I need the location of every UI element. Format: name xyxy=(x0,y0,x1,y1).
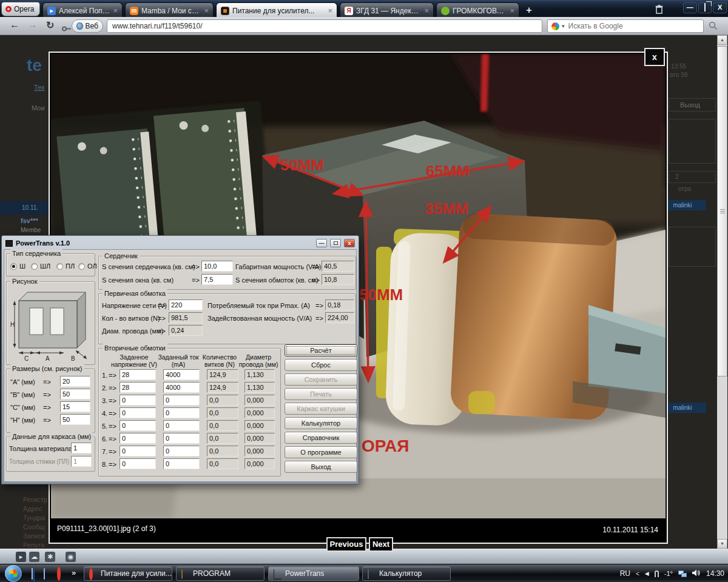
media-player-tray-icon[interactable]: ◀ xyxy=(645,570,649,577)
window-close-button[interactable]: X xyxy=(713,2,727,13)
sec3-voltage-input[interactable] xyxy=(120,395,156,406)
bg-view-link[interactable]: отра xyxy=(678,186,691,192)
opera-menu-button[interactable]: Opera xyxy=(1,2,40,16)
taskbar-button-program[interactable]: PROGRAM xyxy=(176,566,265,581)
sec5-voltage-input[interactable] xyxy=(120,420,156,431)
window-restore-button[interactable] xyxy=(698,2,712,13)
sec1-voltage-input[interactable] xyxy=(120,369,156,380)
browser-tab-1[interactable]: ▸ Алексей Попов × xyxy=(42,2,123,18)
sec7-voltage-input[interactable] xyxy=(120,446,156,457)
sec3-turns-output xyxy=(207,395,238,406)
quicklaunch-more-icon[interactable]: » xyxy=(72,568,76,577)
weather-clip-icon[interactable] xyxy=(655,570,659,577)
sec1-current-input[interactable] xyxy=(163,369,200,380)
tray-expand-icon[interactable]: < xyxy=(636,570,639,577)
language-indicator[interactable]: RU xyxy=(620,569,630,578)
reload-icon[interactable]: ↻ xyxy=(46,19,54,31)
lightbox-close-button[interactable]: x xyxy=(644,48,665,66)
tab4-close-icon[interactable]: × xyxy=(424,8,429,14)
quicklaunch-opera-icon[interactable] xyxy=(57,569,67,578)
powertrans-close-button[interactable]: x xyxy=(344,239,355,247)
search-engine-caret-icon[interactable]: ▾ xyxy=(562,23,565,29)
tab1-close-icon[interactable]: × xyxy=(113,8,118,14)
browser-tab-4[interactable]: Я ЗГД 31 — Яндекс: Наш... × xyxy=(340,2,434,18)
powertrans-window[interactable]: PowerTrans v.1.0 — x Тип сердечника Ш ШЛ… xyxy=(1,235,359,484)
radio-core-shl[interactable] xyxy=(31,263,38,270)
radio-core-sh[interactable] xyxy=(10,263,17,270)
previous-photo-button[interactable]: Previous xyxy=(326,537,366,552)
window-minimize-button[interactable]: — xyxy=(683,2,697,13)
about-button[interactable]: О программе xyxy=(285,446,357,458)
radio-core-ol[interactable] xyxy=(78,263,85,270)
sec2-voltage-input[interactable] xyxy=(120,382,156,393)
calculate-button[interactable]: Расчёт xyxy=(285,344,357,356)
taskbar-button-powertrans[interactable]: PowerTrans xyxy=(268,566,359,581)
sec5-current-input[interactable] xyxy=(163,420,200,431)
next-photo-button[interactable]: Next xyxy=(369,537,393,552)
panel-toggle-icon[interactable]: ▸ xyxy=(16,552,26,562)
scroll-down-icon[interactable]: ▼ xyxy=(717,539,727,549)
quicklaunch-show-desktop-icon[interactable] xyxy=(32,569,41,578)
scrollbar-thumb[interactable] xyxy=(717,46,727,376)
back-icon[interactable]: ← xyxy=(10,19,19,30)
browser-tab-3-active[interactable]: Питание для усилител... × xyxy=(216,2,337,18)
exit-button[interactable]: Выход xyxy=(285,461,357,473)
core-s-input[interactable] xyxy=(201,261,233,272)
sec6-voltage-input[interactable] xyxy=(120,433,156,444)
radio-core-pl[interactable] xyxy=(56,263,63,270)
network-icon[interactable] xyxy=(678,570,687,577)
url-input[interactable] xyxy=(107,20,542,32)
forum-link-1[interactable]: Тех xyxy=(34,84,44,91)
arrow: => xyxy=(109,448,116,455)
window-s-input[interactable] xyxy=(201,274,233,285)
search-input[interactable] xyxy=(567,21,699,31)
wand-key-icon[interactable] xyxy=(62,23,72,34)
volume-icon[interactable] xyxy=(692,569,701,578)
page-scrollbar[interactable]: ▲ ▼ xyxy=(717,35,727,549)
cloud-icon[interactable]: ☁ xyxy=(29,552,39,562)
search-magnifier-icon[interactable] xyxy=(709,21,718,33)
sec7-current-input[interactable] xyxy=(163,446,200,457)
taskbar-button-calculator[interactable]: Калькулятор xyxy=(362,566,451,581)
taskbar-button-opera[interactable]: Питание для усили... xyxy=(84,566,172,581)
scroll-up-icon[interactable]: ▲ xyxy=(717,35,727,45)
camera-icon[interactable]: ◉ xyxy=(66,552,76,562)
tab5-close-icon[interactable]: × xyxy=(510,8,514,14)
quicklaunch-switcher-icon[interactable] xyxy=(44,569,53,578)
sec4-voltage-input[interactable] xyxy=(120,407,156,418)
web-dropdown-button[interactable]: Веб xyxy=(72,19,103,33)
col-header-diameter: Диаметр провода (мм) xyxy=(233,354,284,368)
new-tab-button[interactable]: + xyxy=(522,5,536,16)
sec2-current-input[interactable] xyxy=(163,382,200,393)
size-c-input[interactable] xyxy=(60,401,90,412)
mains-voltage-input[interactable] xyxy=(169,299,203,310)
forward-icon[interactable]: → xyxy=(28,19,38,30)
forum-link-2[interactable]: Мои xyxy=(32,104,45,112)
sec8-voltage-input[interactable] xyxy=(120,458,156,469)
size-h-input[interactable] xyxy=(60,414,90,425)
reference-button[interactable]: Справочник xyxy=(285,432,357,444)
start-button[interactable] xyxy=(5,565,22,582)
sec4-current-input[interactable] xyxy=(163,407,200,418)
calculator-button[interactable]: Калькулятор xyxy=(285,417,357,429)
browser-tab-5[interactable]: ГРОМКОГОВОРИТЕЛ... × xyxy=(436,2,519,18)
bg-pagination[interactable]: 2 xyxy=(669,171,716,183)
trash-icon[interactable] xyxy=(652,4,666,15)
sync-icon[interactable]: ✱ xyxy=(45,552,55,562)
sec8-current-input[interactable] xyxy=(163,458,200,469)
size-b-input[interactable] xyxy=(60,389,90,400)
reset-button[interactable]: Сброс xyxy=(285,359,357,371)
clock[interactable]: 14:30 xyxy=(706,569,724,578)
tab3-close-icon[interactable]: × xyxy=(328,8,332,14)
sec6-current-input[interactable] xyxy=(163,433,200,444)
tab2-close-icon[interactable]: × xyxy=(204,8,209,14)
material-thickness-input[interactable] xyxy=(71,443,92,453)
sec3-current-input[interactable] xyxy=(163,395,200,406)
browser-tab-2[interactable]: m Mamba / Мои сообщ... × xyxy=(125,2,214,18)
size-a-input[interactable] xyxy=(60,376,90,387)
powertrans-minimize-button[interactable]: — xyxy=(316,239,327,247)
bg-logout-button[interactable]: Выход xyxy=(669,98,716,112)
powertrans-maximize-button[interactable] xyxy=(330,239,341,247)
powertrans-titlebar[interactable]: PowerTrans v.1.0 — x xyxy=(5,238,355,249)
forum-username[interactable]: fsv*** xyxy=(21,217,38,224)
